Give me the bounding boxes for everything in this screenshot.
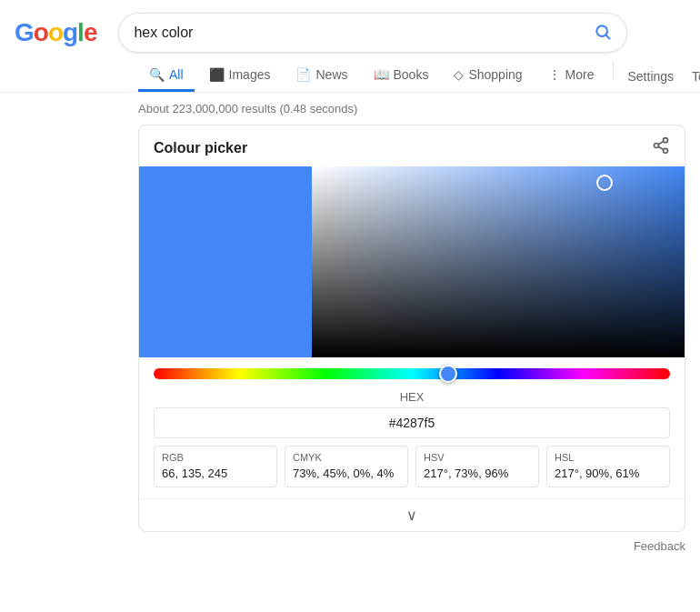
hsv-group: HSV (415, 446, 539, 487)
books-icon: 📖 (374, 67, 389, 82)
hsl-label: HSL (555, 452, 662, 463)
hsl-input[interactable] (555, 467, 662, 480)
nav-more-label: More (565, 67, 595, 82)
search-button[interactable] (594, 23, 612, 44)
hsv-label: HSV (424, 452, 531, 463)
gradient-black (312, 166, 685, 357)
nav-shopping[interactable]: ◇ Shopping (443, 60, 533, 92)
hue-thumb[interactable] (439, 365, 457, 383)
more-icon: ⋮ (548, 67, 561, 82)
hue-slider[interactable] (154, 368, 670, 379)
hsv-input[interactable] (424, 467, 531, 480)
expand-icon: ∨ (406, 507, 417, 523)
nav-images-label: Images (229, 67, 271, 82)
nav-all[interactable]: 🔍 All (138, 60, 195, 92)
svg-line-5 (658, 146, 664, 149)
color-picker-area[interactable] (139, 166, 685, 357)
nav-news-label: News (315, 67, 347, 82)
search-bar (118, 13, 627, 53)
color-swatch (139, 166, 312, 357)
cmyk-label: CMYK (293, 452, 400, 463)
nav-divider (613, 62, 614, 80)
svg-line-1 (606, 35, 610, 38)
settings-link[interactable]: Settings (621, 62, 682, 91)
shopping-icon: ◇ (454, 67, 464, 82)
color-inputs: HEX RGB CMYK HSV HSL (139, 383, 685, 498)
nav-bar: 🔍 All ⬛ Images 📄 News 📖 Books ◇ Shopping… (0, 53, 700, 93)
hex-label: HEX (154, 390, 670, 404)
hsl-group: HSL (546, 446, 670, 487)
tools-link[interactable]: Tools (685, 62, 700, 91)
news-icon: 📄 (295, 67, 311, 82)
card-title: Colour picker (154, 140, 247, 156)
nav-shopping-label: Shopping (468, 67, 522, 82)
rgb-label: RGB (162, 452, 269, 463)
card-header: Colour picker (139, 125, 685, 166)
nav-images[interactable]: ⬛ Images (198, 60, 282, 92)
share-button[interactable] (652, 136, 670, 159)
nav-all-label: All (169, 67, 184, 82)
feedback-label: Feedback (634, 539, 685, 553)
nav-right: Settings Tools (609, 62, 701, 91)
search-input[interactable] (134, 25, 594, 41)
google-logo: Google (15, 18, 96, 47)
images-icon: ⬛ (209, 67, 225, 82)
nav-news[interactable]: 📄 News (285, 60, 358, 92)
cmyk-input[interactable] (293, 467, 400, 480)
hex-input[interactable] (154, 407, 670, 438)
svg-line-6 (658, 141, 664, 144)
nav-books-label: Books (394, 67, 429, 82)
feedback[interactable]: Feedback (0, 532, 700, 560)
expand-row[interactable]: ∨ (139, 498, 685, 531)
all-icon: 🔍 (149, 67, 165, 82)
nav-more[interactable]: ⋮ More (537, 60, 605, 92)
colour-picker-card: Colour picker HEX (138, 125, 685, 532)
hue-slider-container (139, 357, 685, 383)
nav-books[interactable]: 📖 Books (363, 60, 440, 92)
color-gradient[interactable] (312, 166, 685, 357)
expand-button[interactable]: ∨ (406, 507, 417, 524)
color-values: RGB CMYK HSV HSL (154, 446, 670, 487)
header: Google (0, 0, 700, 53)
results-count: About 223,000,000 results (0.48 seconds) (0, 93, 700, 125)
rgb-group: RGB (154, 446, 277, 487)
cmyk-group: CMYK (285, 446, 408, 487)
rgb-input[interactable] (162, 467, 269, 480)
